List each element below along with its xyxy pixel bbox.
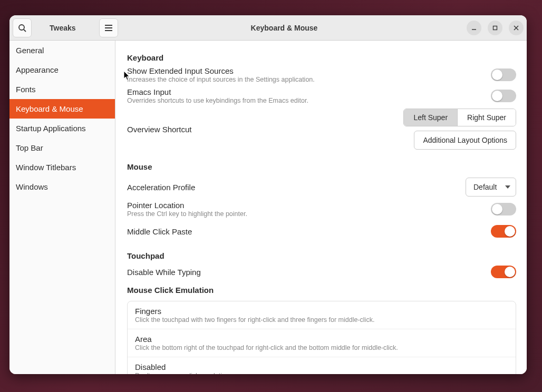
svg-point-0: [19, 25, 24, 30]
window-controls: [467, 21, 524, 35]
minimize-icon: [471, 25, 477, 31]
minimize-button[interactable]: [467, 21, 481, 35]
section-header-keyboard: Keyboard: [127, 53, 516, 62]
toggle-pointer-location[interactable]: [491, 203, 516, 215]
label-accel-profile: Acceleration Profile: [127, 183, 459, 192]
sidebar-item-window-titlebars[interactable]: Window Titlebars: [9, 158, 115, 177]
emulation-title: Area: [135, 335, 508, 344]
row-overview-shortcut: Overview Shortcut Left Super Right Super…: [127, 107, 516, 153]
chevron-down-icon: [505, 185, 510, 189]
row-extended-input: Show Extended Input Sources Increases th…: [127, 65, 516, 86]
section-header-mouse: Mouse: [127, 162, 516, 171]
emulation-option-fingers[interactable]: FingersClick the touchpad with two finge…: [128, 301, 516, 329]
maximize-icon: [492, 25, 498, 31]
hamburger-button[interactable]: [99, 18, 118, 37]
label-middle-click: Middle Click Paste: [127, 227, 485, 236]
search-icon: [18, 24, 26, 32]
additional-layout-options-button[interactable]: Additional Layout Options: [414, 131, 516, 150]
emulation-desc: Click the touchpad with two fingers for …: [135, 316, 508, 324]
sidebar-item-fonts[interactable]: Fonts: [9, 80, 115, 99]
row-accel-profile: Acceleration Profile Default: [127, 174, 516, 200]
toggle-disable-typing[interactable]: [491, 266, 516, 278]
app-title: Tweaks: [50, 24, 76, 32]
emulation-desc: Don't use mouse click emulation.: [135, 372, 508, 374]
sidebar-item-general[interactable]: General: [9, 41, 115, 60]
toggle-middle-click[interactable]: [491, 225, 516, 238]
mouse-click-emulation-list: FingersClick the touchpad with two finge…: [127, 301, 516, 374]
emulation-option-area[interactable]: AreaClick the bottom right of the touchp…: [128, 329, 516, 357]
sidebar-item-appearance[interactable]: Appearance: [9, 60, 115, 80]
segmented-overview-shortcut: Left Super Right Super: [403, 109, 516, 126]
row-disable-typing: Disable While Typing: [127, 263, 516, 282]
label-pointer-location: Pointer Location: [127, 201, 485, 210]
tweaks-window: Tweaks Keyboard & Mouse GeneralAppearanc…: [9, 15, 527, 374]
label-emacs-input: Emacs Input: [127, 87, 485, 96]
row-middle-click: Middle Click Paste: [127, 221, 516, 242]
section-header-touchpad: Touchpad: [127, 251, 516, 260]
header-bar: Tweaks Keyboard & Mouse: [9, 15, 527, 41]
dropdown-accel-profile[interactable]: Default: [466, 178, 516, 197]
page-title: Keyboard & Mouse: [115, 15, 453, 40]
label-disable-typing: Disable While Typing: [127, 268, 485, 277]
content-area[interactable]: Keyboard Show Extended Input Sources Inc…: [115, 41, 527, 374]
row-pointer-location: Pointer Location Press the Ctrl key to h…: [127, 200, 516, 221]
desc-emacs-input: Overrides shortcuts to use keybindings f…: [127, 97, 485, 104]
label-overview-shortcut: Overview Shortcut: [127, 125, 397, 134]
seg-right-super[interactable]: Right Super: [457, 109, 516, 126]
hamburger-icon: [104, 24, 113, 32]
label-extended-input: Show Extended Input Sources: [127, 66, 485, 75]
svg-rect-6: [493, 26, 497, 30]
emulation-title: Fingers: [135, 307, 508, 316]
window-body: GeneralAppearanceFontsKeyboard & MouseSt…: [9, 41, 527, 374]
dropdown-accel-value: Default: [473, 183, 497, 191]
header-left: Tweaks: [13, 18, 118, 37]
sidebar: GeneralAppearanceFontsKeyboard & MouseSt…: [9, 41, 115, 374]
desc-pointer-location: Press the Ctrl key to highlight the poin…: [127, 210, 485, 218]
emulation-title: Disabled: [135, 362, 508, 371]
toggle-emacs-input[interactable]: [491, 90, 516, 102]
sub-header-emulation: Mouse Click Emulation: [127, 286, 516, 295]
sidebar-item-windows[interactable]: Windows: [9, 177, 115, 197]
maximize-button[interactable]: [488, 21, 502, 35]
toggle-extended-input[interactable]: [491, 68, 516, 81]
emulation-desc: Click the bottom right of the touchpad f…: [135, 344, 508, 351]
emulation-option-disabled[interactable]: DisabledDon't use mouse click emulation.: [128, 357, 516, 374]
svg-line-1: [24, 30, 26, 32]
search-button[interactable]: [13, 18, 32, 37]
seg-left-super[interactable]: Left Super: [404, 109, 457, 126]
desc-extended-input: Increases the choice of input sources in…: [127, 76, 485, 83]
row-emacs-input: Emacs Input Overrides shortcuts to use k…: [127, 86, 516, 107]
sidebar-item-keyboard-mouse[interactable]: Keyboard & Mouse: [9, 99, 115, 119]
close-button[interactable]: [509, 21, 524, 35]
close-icon: [514, 25, 519, 31]
sidebar-item-startup-applications[interactable]: Startup Applications: [9, 119, 115, 138]
sidebar-item-top-bar[interactable]: Top Bar: [9, 138, 115, 158]
